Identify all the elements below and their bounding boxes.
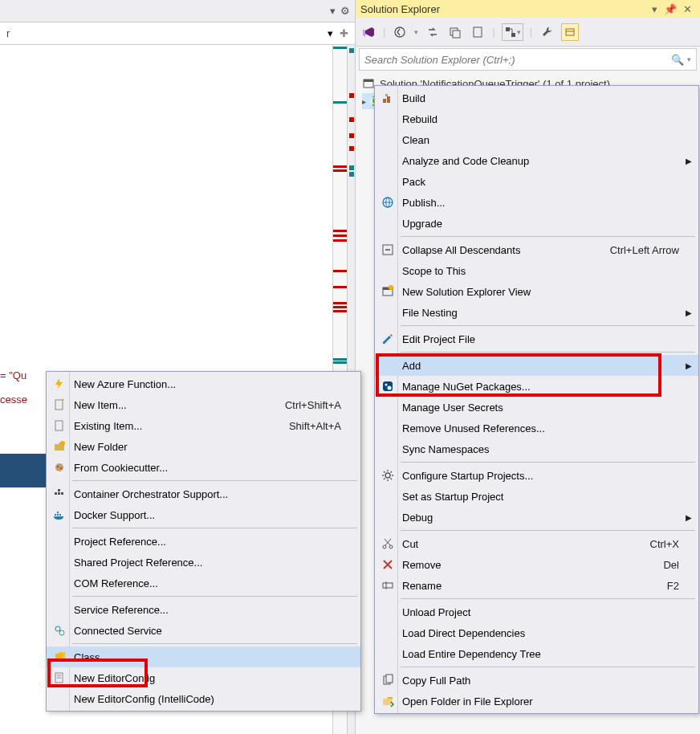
menu-set-startup[interactable]: Set as Startup Project [375,486,698,507]
svg-rect-5 [511,33,515,37]
publish-icon [381,196,394,209]
menu-new-folder[interactable]: New Folder [47,436,360,457]
svg-rect-38 [58,492,60,495]
menu-service-reference[interactable]: Service Reference... [47,599,360,620]
menu-project-reference[interactable]: Project Reference... [47,531,360,552]
menu-clean[interactable]: Clean [375,129,698,150]
svg-point-0 [395,27,405,37]
menu-load-direct[interactable]: Load Direct Dependencies [375,622,698,643]
solution-explorer-title: Solution Explorer ▾ 📌 ✕ [356,0,700,18]
svg-rect-44 [57,512,59,513]
menu-analyze[interactable]: Analyze and Code Cleanup▶ [375,150,698,171]
show-all-icon[interactable] [470,24,486,40]
submenu-arrow-icon: ▶ [686,513,692,522]
close-icon[interactable]: ✕ [680,3,695,15]
preview-icon[interactable] [561,23,579,41]
solution-icon [362,77,375,90]
new-folder-icon [53,440,66,453]
menu-connected-service[interactable]: Connected Service [47,620,360,641]
home-icon[interactable] [360,24,376,40]
menu-new-item[interactable]: New Item...Ctrl+Shift+A [47,394,360,415]
svg-rect-13 [387,96,390,103]
rename-icon [381,579,394,592]
collapse-icon[interactable] [447,24,463,40]
add-submenu: New Azure Function... New Item...Ctrl+Sh… [46,371,361,712]
view-toggle-icon[interactable]: ▾ [502,23,523,41]
editorconfig-icon [53,671,66,684]
svg-rect-6 [566,29,574,35]
class-icon [53,650,66,663]
menu-nuget[interactable]: Manage NuGet Packages... [375,376,698,397]
svg-rect-12 [383,99,386,103]
menu-container-support[interactable]: Container Orchestrator Support... [47,483,360,504]
menu-class[interactable]: Class... [47,646,360,667]
menu-file-nesting[interactable]: File Nesting▶ [375,302,698,323]
dropdown-icon[interactable]: ▾ [649,3,661,15]
menu-load-tree[interactable]: Load Entire Dependency Tree [375,643,698,664]
menu-add[interactable]: Add▶ [375,355,698,376]
menu-cookiecutter[interactable]: From Cookiecutter... [47,457,360,478]
menu-com-reference[interactable]: COM Reference... [47,573,360,593]
svg-rect-40 [61,492,63,495]
menu-new-azure-function[interactable]: New Azure Function... [47,373,360,394]
menu-debug[interactable]: Debug▶ [375,507,698,528]
menu-unload[interactable]: Unload Project [375,601,698,622]
submenu-arrow-icon: ▶ [686,361,692,370]
menu-sync-ns[interactable]: Sync Namespaces [375,438,698,459]
menu-publish[interactable]: Publish... [375,192,698,213]
menu-remove[interactable]: RemoveDel [375,554,698,575]
chevron-down-icon[interactable]: ▾ [328,27,333,39]
search-input[interactable] [364,54,671,66]
menu-docker-support[interactable]: Docker Support... [47,504,360,525]
azure-function-icon [53,377,66,390]
existing-item-icon [53,419,66,432]
menu-shared-project-reference[interactable]: Shared Project Reference... [47,552,360,573]
menu-editorconfig-intellicode[interactable]: New EditorConfig (IntelliCode) [47,688,360,709]
menu-scope[interactable]: Scope to This [375,260,698,281]
gear-icon [381,469,394,482]
chevron-down-icon[interactable]: ▾ [687,55,691,63]
menu-collapse[interactable]: Collapse All DescendantsCtrl+Left Arrow [375,239,698,260]
menu-new-se-view[interactable]: New Solution Explorer View [375,281,698,302]
svg-rect-21 [383,381,393,391]
search-icon[interactable]: 🔍 [671,54,684,66]
menu-copy-path[interactable]: Copy Full Path [375,670,698,691]
back-nav-icon[interactable] [392,24,408,40]
navigation-bar: ▾ ✚ [0,22,355,45]
sync-icon[interactable] [425,24,441,40]
svg-rect-14 [385,94,388,96]
svg-point-24 [385,473,390,478]
svg-rect-31 [55,400,63,410]
menu-rebuild[interactable]: Rebuild [375,108,698,129]
pin-icon[interactable]: 📌 [661,3,680,15]
panel-title-text: Solution Explorer [360,3,440,15]
menu-remove-unused[interactable]: Remove Unused References... [375,418,698,438]
menu-rename[interactable]: RenameF2 [375,575,698,596]
solution-explorer-search[interactable]: 🔍 ▾ [359,48,697,71]
svg-rect-37 [55,492,57,495]
menu-cfg-startup[interactable]: Configure Startup Projects... [375,465,698,486]
menu-pack[interactable]: Pack [375,171,698,192]
menu-build[interactable]: Build [375,88,698,108]
menu-cut[interactable]: CutCtrl+X [375,533,698,554]
svg-rect-3 [474,27,482,37]
member-dropdown[interactable] [3,25,324,43]
chevron-down-icon[interactable]: ▾ [330,5,336,17]
wrench-icon[interactable] [539,24,555,40]
svg-point-25 [383,545,386,548]
menu-open-explorer[interactable]: Open Folder in File Explorer [375,691,698,712]
menu-existing-item[interactable]: Existing Item...Shift+Alt+A [47,415,360,436]
code-selection [0,454,46,487]
split-editor-icon[interactable]: ✚ [336,27,352,39]
menu-editorconfig[interactable]: New EditorConfig [47,667,360,688]
menu-secrets[interactable]: Manage User Secrets [375,397,698,418]
code-fragment: = "Qu cesse [0,369,27,406]
gear-icon[interactable]: ⚙ [340,5,350,17]
svg-point-20 [389,285,393,290]
svg-rect-27 [383,583,393,588]
menu-edit-project[interactable]: Edit Project File [375,328,698,349]
svg-point-36 [60,467,62,469]
container-icon [53,487,66,500]
menu-upgrade[interactable]: Upgrade [375,213,698,234]
svg-rect-39 [58,489,60,491]
